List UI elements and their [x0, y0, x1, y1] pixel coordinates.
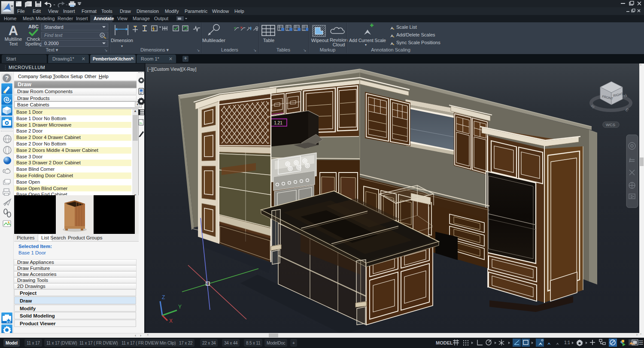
- svg-text:1.21: 1.21: [274, 121, 283, 125]
- svg-text:1:1: 1:1: [564, 340, 570, 345]
- svg-text:Z: Z: [162, 294, 165, 300]
- svg-text:[−][Custom View][X-Ray]: [−][Custom View][X-Ray]: [147, 67, 197, 72]
- svg-text:X: X: [169, 318, 173, 324]
- svg-text:WCS: WCS: [606, 122, 615, 127]
- svg-text:Y: Y: [178, 304, 182, 310]
- svg-text:A: A: [101, 33, 103, 37]
